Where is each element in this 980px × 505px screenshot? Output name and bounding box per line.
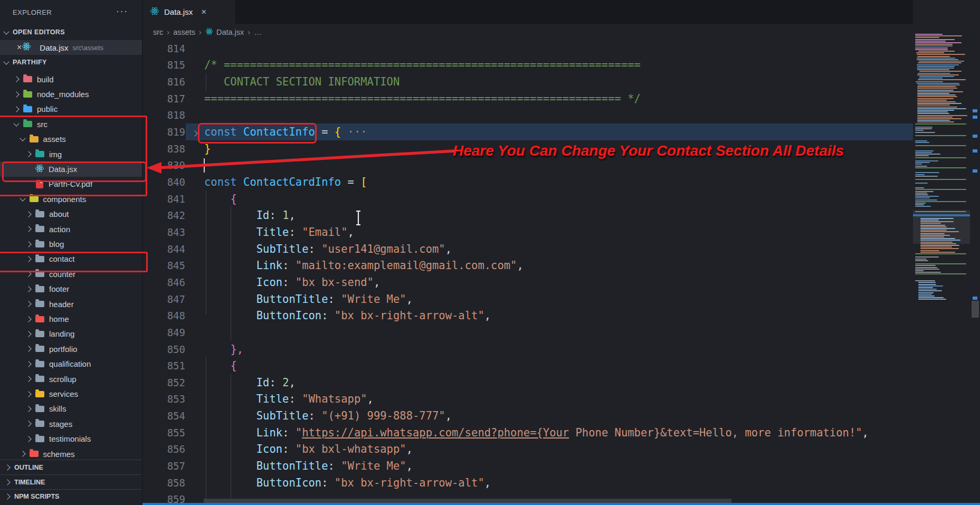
minimap-line — [915, 267, 937, 268]
code-line-854[interactable]: 854 SubTitle: "(+91) 999-888-777", — [142, 407, 913, 424]
line-number: 844 — [142, 243, 185, 255]
tree-item-qualification[interactable]: qualification — [0, 357, 142, 371]
timeline-section-header[interactable]: TIMELINE — [0, 474, 142, 490]
minimap-slider[interactable] — [913, 210, 970, 244]
tree-item-blog[interactable]: blog — [0, 236, 142, 251]
tree-item-landing[interactable]: landing — [0, 327, 142, 341]
breadcrumb-file[interactable]: Data.jsx — [216, 28, 244, 36]
tree-item-assets[interactable]: assets — [0, 132, 142, 147]
vertical-scrollbar-thumb[interactable] — [972, 301, 979, 318]
code-line-814[interactable]: 814 — [142, 40, 913, 57]
code-line-846[interactable]: 846 Icon: "bx bx-send", — [142, 274, 913, 291]
minimap-line — [917, 98, 954, 99]
code-line-845[interactable]: 845 Link: "mailto:examplemail@gmail.com.… — [142, 257, 913, 274]
tree-item-node-modules[interactable]: node_modules — [0, 87, 142, 101]
minimap-line — [915, 203, 926, 204]
minimap-line — [915, 157, 966, 158]
minimap-line — [918, 290, 942, 291]
code-line-844[interactable]: 844 SubTitle: "user141@gmail.com", — [142, 241, 913, 258]
code-line-848[interactable]: 848 ButtonIcon: "bx bx-right-arrow-alt", — [142, 307, 913, 324]
code-line-843[interactable]: 843 Title: "Email", — [142, 224, 913, 241]
minimap-line — [915, 194, 928, 195]
code-line-847[interactable]: 847 ButtonTitle: "Write Me", — [142, 291, 913, 308]
code-line-817[interactable]: 817=====================================… — [142, 90, 913, 107]
code-line-851[interactable]: 851 { — [142, 357, 913, 374]
minimap-line — [918, 294, 932, 295]
tree-item-scrollup[interactable]: scrollup — [0, 371, 142, 386]
folder-icon — [35, 421, 44, 427]
tree-item-components[interactable]: components — [0, 192, 142, 206]
tab-close-icon[interactable]: × — [201, 7, 206, 17]
code-line-818[interactable]: 818 — [142, 107, 913, 124]
npm-scripts-section-header[interactable]: NPM SCRIPTS — [0, 489, 142, 503]
chevron-right-icon — [25, 331, 31, 337]
tree-item-home[interactable]: home — [0, 311, 142, 326]
minimap-line — [918, 299, 946, 300]
line-number: 850 — [142, 344, 185, 355]
code-line-841[interactable]: 841 { — [142, 190, 913, 207]
minimap-line — [917, 100, 947, 101]
code-line-842[interactable]: 842 Id: 1, — [142, 207, 913, 224]
minimap-line — [917, 58, 956, 59]
minimap-line — [915, 130, 924, 131]
tree-item-action[interactable]: action — [0, 222, 142, 236]
chevron-right-icon — [25, 316, 31, 322]
code-line-853[interactable]: 853 Title: "Whatsapp", — [142, 391, 913, 408]
tree-item-public[interactable]: public — [0, 102, 142, 117]
tree-item-counter[interactable]: counter — [0, 266, 142, 281]
code-line-815[interactable]: 815/* ==================================… — [142, 57, 913, 74]
tree-item-testimonials[interactable]: testimonials — [0, 432, 142, 446]
code-line-858[interactable]: 858 ButtonIcon: "bx bx-right-arrow-alt", — [142, 474, 913, 491]
code-line-839[interactable]: 839 — [142, 157, 913, 174]
chevron-right-icon — [25, 361, 31, 367]
breadcrumb-symbol[interactable]: … — [254, 28, 262, 36]
minimap-line — [917, 118, 962, 119]
tree-item-src[interactable]: src — [0, 117, 142, 131]
tree-item-contact[interactable]: contact — [0, 252, 142, 266]
code-line-855[interactable]: 855 Link: "https://api.whatsapp.com/send… — [142, 424, 913, 441]
tree-item-portfolio[interactable]: portfolio — [0, 341, 142, 356]
tab-datajsx[interactable]: Data.jsx × — [142, 0, 235, 24]
tree-item-build[interactable]: build — [0, 72, 142, 87]
project-section-header[interactable]: PARTHIFY — [0, 55, 142, 70]
folder-icon — [35, 271, 44, 277]
folder-icon — [35, 316, 44, 322]
open-editor-item-datajsx[interactable]: × Data.jsx src\assets — [0, 40, 142, 55]
minimap[interactable] — [913, 0, 970, 505]
tree-item-data-jsx[interactable]: Data.jsx — [0, 161, 142, 176]
minimap-line — [920, 250, 939, 251]
code-line-849[interactable]: 849 — [142, 324, 913, 341]
fold-chevron-icon[interactable] — [192, 130, 197, 136]
minimap-line — [915, 34, 943, 35]
tree-item-stages[interactable]: stages — [0, 416, 142, 431]
open-editors-section-header[interactable]: OPEN EDITORS — [0, 25, 142, 40]
outline-section-header[interactable]: OUTLINE — [0, 460, 142, 475]
tree-item-img[interactable]: img — [0, 147, 142, 161]
code-line-819[interactable]: 819const ContactInfo = { ··· — [142, 123, 913, 140]
tree-item-label: Parth-Cv.pdf — [49, 179, 92, 188]
chevron-down-icon — [13, 120, 19, 126]
tree-item-services[interactable]: services — [0, 386, 142, 401]
line-number: 816 — [142, 76, 185, 88]
code-line-850[interactable]: 850 }, — [142, 341, 913, 358]
tree-item-header[interactable]: header — [0, 297, 142, 311]
code-line-816[interactable]: 816 CONTACT SECTION INFORMATION — [142, 73, 913, 90]
breadcrumb-src[interactable]: src — [153, 28, 163, 36]
code-line-859[interactable]: 859 — [142, 491, 913, 505]
minimap-line — [915, 187, 924, 188]
code-line-840[interactable]: 840const ContactCardInfo = [ — [142, 174, 913, 190]
code-line-838[interactable]: 838} — [142, 140, 913, 157]
explorer-more-icon[interactable]: ··· — [116, 6, 128, 17]
code-line-856[interactable]: 856 Icon: "bx bxl-whatsapp", — [142, 441, 913, 458]
chevron-right-icon — [25, 376, 31, 382]
breadcrumb-assets[interactable]: assets — [173, 28, 195, 36]
tree-item-skills[interactable]: skills — [0, 402, 142, 416]
code-line-857[interactable]: 857 ButtonTitle: "Write Me", — [142, 458, 913, 474]
tree-item-parth-cv-pdf[interactable]: Parth-Cv.pdf — [0, 177, 142, 192]
tree-item-about[interactable]: about — [0, 207, 142, 222]
tree-item-label: assets — [43, 135, 66, 144]
breadcrumb-separator: › — [248, 28, 250, 36]
close-icon[interactable]: × — [17, 43, 22, 52]
code-line-852[interactable]: 852 Id: 2, — [142, 374, 913, 391]
tree-item-footer[interactable]: footer — [0, 282, 142, 297]
